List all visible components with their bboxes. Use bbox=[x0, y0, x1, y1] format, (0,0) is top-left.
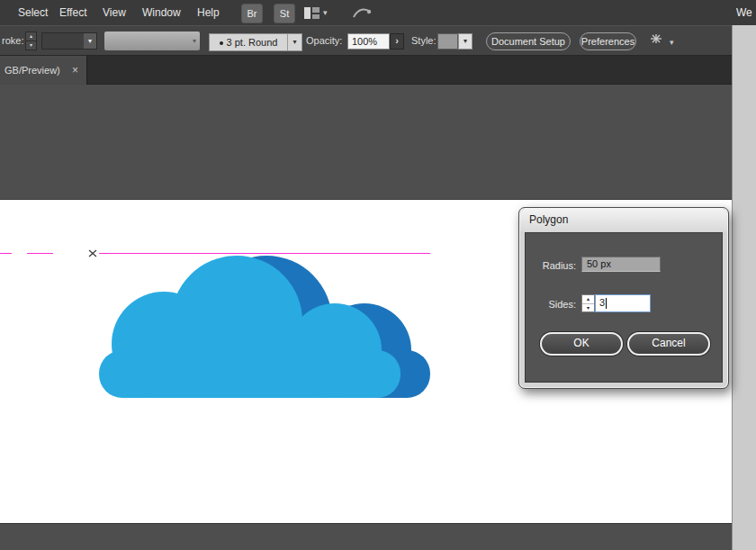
stepper-down-icon[interactable]: ▾ bbox=[582, 304, 594, 312]
polygon-dialog: Polygon Radius: 50 px Sides: ▴ ▾ 3 OK Ca… bbox=[518, 207, 729, 389]
document-tab-label: GB/Preview) bbox=[4, 65, 60, 76]
gesture-tool-icon[interactable] bbox=[351, 5, 373, 23]
control-bar: roke: ▴ ▾ ▾ ▾ 3 pt. Round ▾ Opacity: 100… bbox=[0, 25, 732, 56]
stroke-weight-value[interactable] bbox=[42, 33, 84, 49]
align-options-icon[interactable] bbox=[646, 33, 666, 50]
brush-definition-value: 3 pt. Round bbox=[227, 37, 278, 48]
brush-preview-dot bbox=[220, 41, 223, 45]
radius-label: Radius: bbox=[526, 259, 576, 272]
opacity-input[interactable]: 100% bbox=[347, 33, 390, 50]
sides-label: Sides: bbox=[526, 298, 576, 311]
right-scrollbar-strip[interactable] bbox=[732, 25, 756, 550]
stepper-down-icon[interactable]: ▾ bbox=[26, 41, 36, 50]
align-dropdown-icon[interactable]: ▾ bbox=[670, 39, 674, 47]
cloud-shape-front[interactable] bbox=[99, 256, 400, 398]
document-tab[interactable]: GB/Preview) × bbox=[0, 56, 87, 85]
menu-bar: Select Effect View Window Help Br St ▾ W… bbox=[0, 0, 756, 25]
style-dropdown-icon[interactable]: ▾ bbox=[458, 33, 472, 50]
document-tab-bar: GB/Preview) × bbox=[0, 56, 732, 85]
preferences-button[interactable]: Preferences bbox=[580, 32, 636, 50]
opacity-value: 100% bbox=[352, 36, 377, 47]
close-tab-icon[interactable]: × bbox=[72, 56, 78, 85]
stroke-label: roke: bbox=[2, 26, 23, 55]
radius-input[interactable]: 50 px bbox=[581, 257, 661, 272]
menu-help[interactable]: Help bbox=[195, 0, 221, 25]
ok-button[interactable]: OK bbox=[540, 332, 623, 356]
dropdown-icon: ▾ bbox=[193, 37, 196, 45]
stock-icon[interactable]: St bbox=[274, 4, 295, 23]
stroke-weight-combo[interactable]: ▾ bbox=[41, 32, 97, 50]
cancel-button[interactable]: Cancel bbox=[627, 332, 710, 356]
stroke-weight-stepper[interactable]: ▴ ▾ bbox=[25, 32, 37, 50]
menu-window[interactable]: Window bbox=[140, 0, 183, 25]
menu-effect[interactable]: Effect bbox=[58, 0, 88, 25]
menu-select[interactable]: Select bbox=[16, 0, 50, 25]
dialog-title: Polygon bbox=[529, 209, 568, 231]
document-setup-button[interactable]: Document Setup bbox=[486, 32, 571, 50]
dialog-body: Radius: 50 px Sides: ▴ ▾ 3 OK Cancel bbox=[525, 232, 723, 383]
dropdown-icon[interactable]: ▾ bbox=[287, 34, 302, 50]
style-label: Style: bbox=[411, 26, 436, 55]
stepper-up-icon[interactable]: ▴ bbox=[582, 295, 594, 304]
arrange-dropdown-icon[interactable]: ▾ bbox=[323, 9, 328, 17]
illustrator-window: Select Effect View Window Help Br St ▾ W… bbox=[0, 0, 756, 550]
text-caret bbox=[606, 298, 607, 309]
workspace-label[interactable]: We bbox=[736, 0, 756, 25]
stepper-up-icon[interactable]: ▴ bbox=[26, 32, 36, 41]
menu-view[interactable]: View bbox=[101, 0, 128, 25]
brush-definition-combo[interactable]: 3 pt. Round ▾ bbox=[209, 33, 302, 51]
style-swatch[interactable] bbox=[437, 33, 458, 50]
dialog-titlebar[interactable]: Polygon bbox=[520, 209, 727, 231]
sides-stepper[interactable]: ▴ ▾ bbox=[581, 294, 595, 312]
sides-input[interactable]: 3 bbox=[595, 294, 651, 312]
radius-value: 50 px bbox=[587, 258, 611, 269]
bridge-icon[interactable]: Br bbox=[241, 4, 263, 23]
opacity-label: Opacity: bbox=[306, 26, 342, 55]
opacity-panel-arrow-icon[interactable]: › bbox=[390, 33, 404, 50]
sides-value: 3 bbox=[599, 297, 605, 308]
variable-width-profile-dropdown[interactable]: ▾ bbox=[104, 32, 200, 50]
anchor-x-mark bbox=[89, 250, 96, 257]
dropdown-icon[interactable]: ▾ bbox=[84, 33, 96, 49]
arrange-documents-icon[interactable] bbox=[304, 7, 320, 19]
